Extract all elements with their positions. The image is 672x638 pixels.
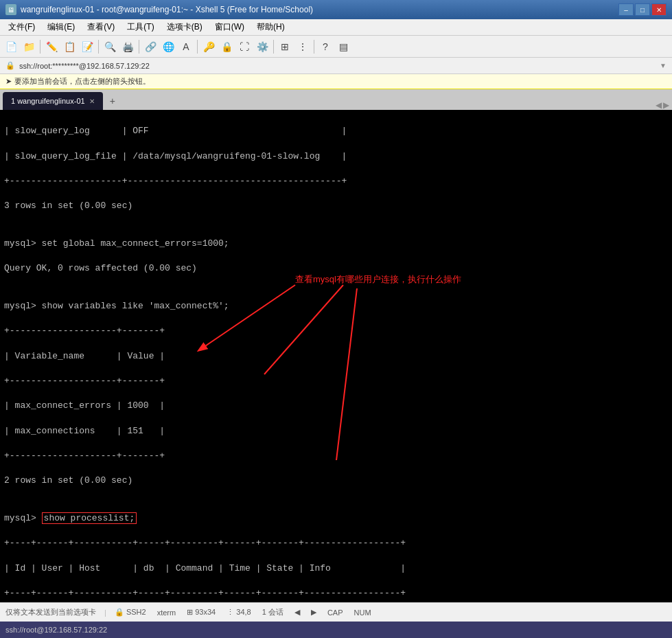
processlist-table-3: +----+------+-----------+-----+---------… [4, 587, 668, 600]
menu-bar: 文件(F) 编辑(E) 查看(V) 工具(T) 选项卡(B) 窗口(W) 帮助(… [0, 19, 672, 36]
address-bar: 🔒 ssh://root:*********@192.168.57.129:22… [0, 58, 672, 74]
bottom-url: ssh://root@192.168.57.129:22 [5, 626, 107, 634]
new-session-icon[interactable]: 📄 [3, 38, 19, 55]
menu-tabs[interactable]: 选项卡(B) [161, 20, 208, 34]
toolbar-sep-3 [139, 40, 139, 54]
title-bar: 🖥 wangruifenglinux-01 - root@wangruifeng… [0, 0, 672, 19]
toolbar-sep-5 [273, 40, 274, 54]
lock-icon: 🔒 [5, 61, 15, 70]
font-icon[interactable]: A [178, 38, 194, 55]
send-label: 仅将文本发送到当前选项卡 [5, 607, 96, 617]
size-status: ⊞ 93x34 [187, 608, 216, 617]
bottom-bar: ssh://root@192.168.57.129:22 [0, 622, 672, 638]
connect-icon[interactable]: 🔗 [142, 38, 159, 55]
key-icon[interactable]: 🔑 [200, 38, 217, 55]
toolbar-sep-2 [98, 40, 99, 54]
arrow-icon: ➤ [5, 77, 12, 86]
cursor-status: ⋮ 34,8 [227, 608, 251, 617]
address-url: ssh://root:*********@192.168.57.129:22 [19, 62, 656, 70]
nav-next[interactable]: ▶ [311, 608, 316, 617]
toolbar: 📄 📁 ✏️ 📋 📝 🔍 🖨️ 🔗 🌐 A 🔑 🔒 ⛶ ⚙️ ⊞ ⋮ ? ▤ [0, 36, 672, 58]
terminal-line-6: mysql> set global max_connect_errors=100… [4, 238, 668, 250]
toolbar-sep-1 [40, 40, 40, 54]
processlist-table-1: +----+------+-----------+-----+---------… [4, 537, 668, 549]
close-button[interactable]: ✕ [651, 3, 667, 16]
layout-icon[interactable]: ⊞ [277, 38, 293, 55]
terminal-line-3: +---------------------+-----------------… [4, 175, 668, 187]
lock-icon[interactable]: 🔒 [218, 38, 235, 55]
tab-prev-icon[interactable]: ◀ [656, 100, 662, 110]
menu-view[interactable]: 查看(V) [82, 20, 120, 34]
tab-bar: 1 wangruifenglinux-01 ✕ + ◀ ▶ [0, 89, 672, 110]
terminal-line-15: +--------------------+-------+ [4, 450, 668, 462]
window-title: wangruifenglinux-01 - root@wangruifeng-0… [21, 5, 313, 14]
menu-edit[interactable]: 编辑(E) [42, 20, 80, 34]
menu-help[interactable]: 帮助(H) [251, 20, 290, 34]
terminal[interactable]: | slow_query_log | OFF | | slow_query_lo… [0, 110, 672, 602]
terminal-line-13: | max_connect_errors | 1000 | [4, 400, 668, 412]
fullscreen-icon[interactable]: ⛶ [236, 38, 253, 55]
sessions-status: 1 会话 [262, 607, 283, 617]
menu-tools[interactable]: 工具(T) [121, 20, 159, 34]
processlist-table-2: | Id | User | Host | db | Command | Time… [4, 562, 668, 575]
settings-icon[interactable]: ⚙️ [254, 38, 270, 55]
print-icon[interactable]: 🖨️ [119, 38, 136, 55]
terminal-line-16: 2 rows in set (0.00 sec) [4, 475, 668, 487]
paste-icon[interactable]: 📝 [79, 38, 95, 55]
toolbar-sep-6 [314, 40, 314, 54]
globe-icon[interactable]: 🌐 [160, 38, 176, 55]
tab-nav: ◀ ▶ [656, 100, 669, 110]
terminal-line-12: +--------------------+-------+ [4, 375, 668, 387]
minimize-button[interactable]: – [618, 3, 634, 16]
help-icon[interactable]: ? [317, 38, 334, 55]
toolbar-sep-4 [197, 40, 198, 54]
ssh-status: 🔒 SSH2 [115, 608, 146, 617]
app-icon: 🖥 [5, 4, 16, 15]
info-bar: ➤ 要添加当前会话，点击左侧的箭头按钮。 [0, 74, 672, 89]
menu-window[interactable]: 窗口(W) [209, 20, 250, 34]
tab-next-icon[interactable]: ▶ [663, 100, 669, 110]
terminal-prompt-1: mysql> show processlist; [4, 512, 668, 525]
find-icon[interactable]: 🔍 [102, 38, 118, 55]
terminal-line-1: | slow_query_log | OFF | [4, 125, 668, 137]
tab-1[interactable]: 1 wangruifenglinux-01 ✕ [3, 92, 103, 110]
term-status: xterm [157, 608, 176, 617]
terminal-line-11: | Variable_name | Value | [4, 350, 668, 363]
compose-icon[interactable]: ✏️ [43, 38, 60, 55]
cap-status: CAP [327, 608, 343, 617]
menu-file[interactable]: 文件(F) [3, 20, 40, 34]
terminal-line-7: Query OK, 0 rows affected (0.00 sec) [4, 262, 668, 275]
num-status: NUM [354, 608, 371, 617]
terminal-line-2: | slow_query_log_file | /data/mysql/wang… [4, 150, 668, 163]
terminal-line-4: 3 rows in set (0.00 sec) [4, 200, 668, 212]
tab-label: 1 wangruifenglinux-01 [11, 97, 85, 105]
show-processlist-command: show processlist; [42, 512, 137, 524]
nav-prev[interactable]: ◀ [294, 608, 300, 617]
cols-icon[interactable]: ⋮ [294, 38, 311, 55]
expand-icon[interactable]: ▼ [660, 62, 667, 69]
terminal-line-9: mysql> show variables like 'max_connect%… [4, 300, 668, 312]
copy-icon[interactable]: 📋 [61, 38, 78, 55]
open-icon[interactable]: 📁 [21, 38, 37, 55]
maximize-button[interactable]: □ [635, 3, 650, 16]
terminal-line-10: +--------------------+-------+ [4, 325, 668, 337]
misc-icon[interactable]: ▤ [335, 38, 351, 55]
tab-close-icon[interactable]: ✕ [89, 98, 95, 105]
add-tab-button[interactable]: + [104, 92, 121, 110]
info-bar-text: 要添加当前会话，点击左侧的箭头按钮。 [14, 76, 150, 87]
status-bar: 仅将文本发送到当前选项卡 | 🔒 SSH2 xterm ⊞ 93x34 ⋮ 34… [0, 602, 672, 622]
terminal-line-14: | max_connections | 151 | [4, 425, 668, 437]
